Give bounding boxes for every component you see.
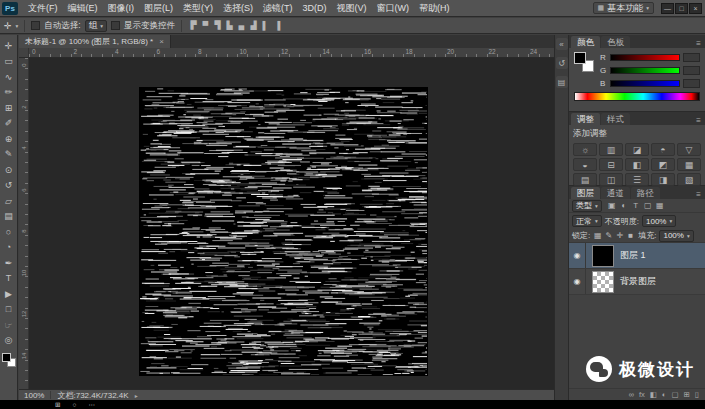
properties-panel-icon[interactable]: ▤ — [556, 76, 568, 88]
new-group-icon[interactable]: ▢ — [671, 390, 678, 399]
close-button[interactable]: × — [689, 3, 702, 14]
layers-tab-2[interactable]: 路径 — [631, 187, 660, 199]
pen-tool[interactable]: ✒ — [0, 255, 18, 271]
crop-tool[interactable]: ⊞ — [0, 100, 18, 116]
lock-position-icon[interactable]: ✛ — [615, 231, 624, 240]
curves-icon[interactable]: ◪ — [625, 143, 649, 156]
filter-pixel-layers-icon[interactable]: ▣ — [607, 201, 617, 210]
document-tab[interactable]: 未标题-1 @ 100% (图层 1, RGB/8) * × — [19, 35, 171, 48]
layer-thumbnail[interactable] — [592, 271, 614, 293]
expand-panels-icon[interactable]: « — [556, 38, 568, 50]
taskbar-apps-icon[interactable]: ⋯ — [88, 400, 95, 409]
color-spectrum-ramp[interactable] — [574, 92, 700, 101]
align-top-edges-icon[interactable]: ▛ — [188, 21, 199, 30]
taskbar-search-icon[interactable]: ○ — [72, 400, 76, 409]
dodge-tool[interactable]: ◔ — [0, 240, 18, 256]
black-white-icon[interactable]: ◧ — [625, 158, 649, 171]
distribute-left-edges-icon[interactable]: ▌ — [260, 21, 271, 30]
rectangle-tool[interactable]: □ — [0, 302, 18, 318]
gradient-map-icon[interactable]: ▧ — [677, 173, 701, 186]
foreground-color-swatch[interactable] — [2, 353, 11, 362]
layer-thumbnail[interactable] — [592, 245, 614, 267]
channel-mixer-icon[interactable]: ▦ — [677, 158, 701, 171]
auto-select-checkbox[interactable] — [31, 21, 40, 30]
brush-tool[interactable]: ✎ — [0, 147, 18, 163]
brightness-contrast-icon[interactable]: ☼ — [573, 143, 597, 156]
g-value-field[interactable] — [683, 66, 700, 75]
lasso-tool[interactable]: ∿ — [0, 69, 18, 85]
vibrance-icon[interactable]: ▽ — [677, 143, 701, 156]
tool-preset-arrow-icon[interactable]: ▾ — [16, 23, 19, 29]
blend-mode-dropdown[interactable]: 正常 ▾ — [572, 215, 602, 227]
menu-item-0[interactable]: 文件(F) — [23, 2, 63, 15]
layer-row[interactable]: ◉图层 1 — [569, 243, 705, 269]
type-tool[interactable]: T — [0, 271, 18, 287]
restore-button[interactable]: □ — [675, 3, 688, 14]
layer-row[interactable]: ◉背景图层 — [569, 269, 705, 295]
filter-shape-layers-icon[interactable]: ▢ — [643, 201, 653, 210]
menu-item-7[interactable]: 3D(D) — [298, 3, 332, 13]
photo-filter-icon[interactable]: ◩ — [651, 158, 675, 171]
zoom-level[interactable]: 100% — [24, 391, 44, 400]
exposure-icon[interactable]: ◓ — [651, 143, 675, 156]
panel-menu-icon[interactable]: ≡ — [696, 190, 703, 199]
layers-tab-1[interactable]: 通道 — [601, 187, 630, 199]
start-button[interactable]: ⊞ — [55, 400, 60, 409]
g-slider[interactable] — [610, 67, 680, 74]
menu-item-1[interactable]: 编辑(E) — [63, 2, 103, 15]
spot-healing-brush-tool[interactable]: ⊕ — [0, 131, 18, 147]
align-bottom-edges-icon[interactable]: ▜ — [212, 21, 223, 30]
r-slider[interactable] — [610, 54, 680, 61]
auto-select-dropdown[interactable]: 组 ▾ — [85, 20, 107, 32]
threshold-icon[interactable]: ◨ — [651, 173, 675, 186]
workspace-switcher[interactable]: ▦ 基本功能 ▾ — [593, 2, 654, 14]
move-tool[interactable]: ✛ — [0, 38, 18, 54]
canvas-viewport[interactable] — [29, 58, 554, 389]
new-adjustment-layer-icon[interactable]: ◐ — [662, 390, 667, 399]
visibility-eye-icon[interactable]: ◉ — [569, 243, 586, 268]
b-slider[interactable] — [610, 80, 680, 87]
history-brush-tool[interactable]: ↺ — [0, 178, 18, 194]
menu-item-8[interactable]: 视图(V) — [332, 2, 372, 15]
add-layer-mask-icon[interactable]: ◧ — [650, 390, 657, 399]
new-layer-icon[interactable]: ⊞ — [684, 390, 690, 399]
hand-tool[interactable]: ☞ — [0, 317, 18, 333]
levels-icon[interactable]: ▥ — [599, 143, 623, 156]
close-tab-icon[interactable]: × — [159, 37, 164, 46]
eraser-tool[interactable]: ▱ — [0, 193, 18, 209]
align-left-edges-icon[interactable]: ▙ — [224, 21, 235, 30]
filter-type-layers-icon[interactable]: T — [631, 201, 641, 210]
lock-transparent-pixels-icon[interactable]: ▦ — [593, 231, 602, 240]
color-balance-icon[interactable]: ⊟ — [599, 158, 623, 171]
foreground-color-swatch[interactable] — [574, 52, 586, 64]
menu-item-9[interactable]: 窗口(W) — [372, 2, 415, 15]
layers-tab-0[interactable]: 图层 — [571, 187, 600, 199]
zoom-tool[interactable]: ◎ — [0, 333, 18, 349]
hue-saturation-icon[interactable]: ◒ — [573, 158, 597, 171]
filter-adjustment-layers-icon[interactable]: ◐ — [619, 201, 629, 210]
gradient-tool[interactable]: ▤ — [0, 209, 18, 225]
posterize-icon[interactable]: ☰ — [625, 173, 649, 186]
adjustments-tab-0[interactable]: 调整 — [571, 113, 600, 125]
clone-stamp-tool[interactable]: ⊙ — [0, 162, 18, 178]
menu-item-2[interactable]: 图像(I) — [103, 2, 140, 15]
quick-selection-tool[interactable]: ✏ — [0, 85, 18, 101]
minimize-button[interactable]: — — [661, 3, 674, 14]
invert-icon[interactable]: ◫ — [599, 173, 623, 186]
adjustments-tab-1[interactable]: 样式 — [601, 113, 630, 125]
layer-style-icon[interactable]: fx — [639, 390, 645, 399]
opacity-dropdown[interactable]: 100% ▾ — [642, 215, 676, 227]
menu-item-5[interactable]: 选择(S) — [218, 2, 258, 15]
b-value-field[interactable] — [683, 79, 700, 88]
filter-smart-objects-icon[interactable]: ▦ — [655, 201, 665, 210]
panel-menu-icon[interactable]: ≡ — [696, 116, 703, 125]
history-panel-icon[interactable]: ↺ — [556, 57, 568, 69]
fill-dropdown[interactable]: 100% ▾ — [659, 230, 693, 242]
align-horizontal-centers-icon[interactable]: ▄ — [236, 21, 247, 30]
menu-item-4[interactable]: 类型(Y) — [178, 2, 218, 15]
show-transform-checkbox[interactable] — [111, 21, 120, 30]
align-vertical-centers-icon[interactable]: ▀ — [200, 21, 211, 30]
document-image[interactable] — [140, 88, 427, 375]
visibility-eye-icon[interactable]: ◉ — [569, 269, 586, 294]
color-tab-0[interactable]: 颜色 — [571, 36, 600, 48]
